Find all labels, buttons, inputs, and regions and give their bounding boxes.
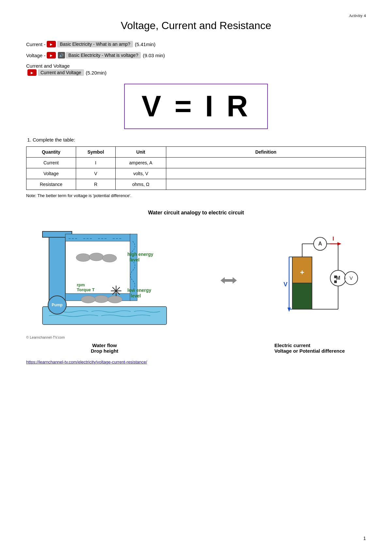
cell-symbol-1: V [76,168,116,179]
svg-rect-0 [49,231,65,303]
svg-marker-38 [337,242,341,245]
activity-label: Activity 4 [349,13,366,18]
youtube-icon-current [47,41,56,47]
resource-current: Current - Basic Electricity - What is an… [26,41,366,47]
bottom-link[interactable]: https://learnchannel-tv.com/electricity/… [26,360,147,364]
electric-circuit-svg: + A I [274,231,366,330]
col-unit: Unit [116,147,166,158]
cell-unit-2: ohms, Ω [116,179,166,190]
copyright: © Learnchannel-TV.com [26,335,183,339]
svg-text:Pump: Pump [52,303,62,307]
svg-text:V: V [284,281,287,288]
task-list: Complete the table: [33,137,366,143]
col-quantity: Quantity [26,147,76,158]
table-header-row: Quantity Symbol Unit Definition [26,147,366,158]
svg-text:I: I [333,236,334,242]
resource-cv-duration: (5.20min) [86,70,106,76]
page-title: Voltage, Current and Resistance [26,20,366,32]
svg-marker-41 [287,308,291,312]
svg-point-14 [102,254,117,262]
resource-current-voltage: Current and Voltage Current and Voltage … [26,63,366,76]
youtube-icon-cv [27,69,37,76]
svg-text:rpm: rpm [77,282,85,287]
resource-cv-sub: Current and Voltage (5.20min) [26,69,106,76]
svg-rect-2 [65,234,131,241]
table-row: Voltage V volts, V [26,168,366,179]
svg-text:V: V [350,275,353,281]
resource-voltage: Voltage - 🔊 Basic Electricity - What is … [26,52,366,59]
col-definition: Definition [166,147,366,158]
resource-current-duration: (5.41min) [135,42,155,47]
svg-text:low energy: low energy [127,288,151,293]
svg-text:+: + [300,268,304,277]
water-circuit-svg: Pump ✳ rpm Torque [26,222,183,339]
cell-quantity-2: Resistance [26,179,76,190]
cell-unit-0: amperes, A [116,158,166,168]
speaker-icon-voltage: 🔊 [58,52,65,59]
cell-unit-1: volts, V [116,168,166,179]
note-text: Note: The better term for voltage is 'po… [26,193,366,198]
svg-marker-25 [220,277,237,284]
svg-text:level: level [131,293,141,298]
resource-current-link[interactable]: Basic Electricity - What is an amp? [57,41,133,47]
svg-point-13 [89,253,104,261]
cell-quantity-0: Current [26,158,76,168]
page-number: 1 [363,536,366,541]
water-label: Water flow Drop height [26,343,183,354]
table-row: Current I amperes, A [26,158,366,168]
task-1: Complete the table: [33,137,366,143]
svg-rect-27 [292,283,312,309]
electric-label: Electric current Voltage or Potential di… [274,343,366,354]
cell-symbol-0: I [76,158,116,168]
svg-text:A: A [318,241,322,246]
svg-point-15 [94,295,108,303]
cell-quantity-1: Voltage [26,168,76,179]
cell-definition-2[interactable] [166,179,366,190]
svg-rect-47 [334,276,337,278]
analogy-bottom-labels: Water flow Drop height Electric current … [26,343,366,354]
svg-rect-48 [334,280,337,283]
formula-box: V = I R [124,84,268,129]
cell-definition-0[interactable] [166,158,366,168]
analogy-arrow [183,274,274,287]
table-row: Resistance R ohms, Ω [26,179,366,190]
resource-current-prefix: Current - [26,42,45,47]
resource-voltage-link[interactable]: Basic Electricity - What is voltage? [66,52,141,59]
task-1-instruction: Complete the table: [33,137,75,143]
svg-text:Torque T: Torque T [77,287,95,292]
formula-text: V = I R [131,90,261,123]
svg-text:high energy: high energy [127,252,154,257]
svg-point-12 [76,254,90,261]
col-symbol: Symbol [76,147,116,158]
svg-point-17 [81,296,95,303]
analogy-title: Water circuit analogy to electric circui… [26,210,366,216]
resource-cv-link[interactable]: Current and Voltage [38,69,84,76]
resource-cv-label: Current and Voltage [26,63,70,69]
analogy-section: Water circuit analogy to electric circui… [26,210,366,365]
youtube-icon-voltage [47,52,56,59]
resource-voltage-duration: (9.03 min) [143,53,165,58]
svg-text:level: level [129,257,139,262]
cell-symbol-2: R [76,179,116,190]
diagrams-row: Pump ✳ rpm Torque [26,222,366,339]
resource-voltage-prefix: Voltage - [26,53,45,58]
cell-definition-1[interactable] [166,168,366,179]
quantity-table: Quantity Symbol Unit Definition Current … [26,146,366,190]
svg-text:✳: ✳ [110,283,122,299]
